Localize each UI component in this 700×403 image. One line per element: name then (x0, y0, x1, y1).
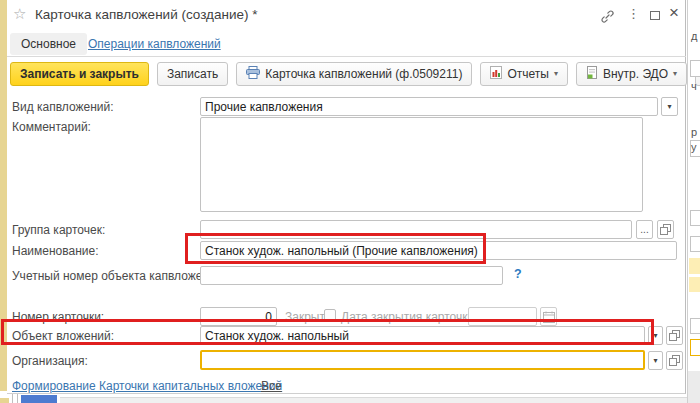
print-card-label: Карточка капвложений (ф.0509211) (265, 67, 462, 81)
document-icon (586, 66, 598, 82)
chevron-down-icon: ▾ (667, 103, 671, 111)
organization-label: Организация: (12, 354, 88, 368)
window-menu-kebab-icon[interactable]: ⋮ (627, 6, 640, 21)
comment-textarea[interactable] (200, 117, 643, 212)
comment-label: Комментарий: (12, 120, 91, 134)
internal-edo-label: Внутр. ЭДО (603, 67, 668, 81)
behind-window-highlight-row (689, 277, 700, 292)
open-icon (669, 355, 680, 366)
background-left-strip-bottom (0, 398, 9, 403)
calendar-icon (543, 311, 555, 323)
object-dropdown-button[interactable]: ▾ (648, 326, 663, 345)
card-number-field[interactable]: 0 (200, 307, 277, 326)
behind-window-field-fragment (690, 60, 700, 77)
card-number-value: 0 (265, 310, 272, 324)
closed-checkbox (324, 309, 336, 321)
get-link-icon[interactable] (600, 9, 615, 28)
card-number-label: Номер карточки: (12, 310, 104, 324)
object-field[interactable]: Станок худож. напольный (200, 326, 645, 345)
open-icon (669, 330, 680, 341)
grip-tick (17, 394, 18, 403)
page-title: Карточка капвложений (создание) * (35, 7, 257, 22)
toolbar: Записать и закрыть Записать Карточка кап… (10, 62, 700, 86)
group-choose-button[interactable]: ... (636, 220, 653, 239)
behind-window-edge (687, 0, 688, 403)
group-open-button[interactable] (657, 220, 674, 239)
chevron-down-icon: ▾ (653, 357, 657, 365)
internal-edo-button[interactable]: Внутр. ЭДО ▾ (576, 62, 687, 86)
behind-window-text: д (691, 30, 697, 42)
kind-label: Вид капвложений: (12, 100, 114, 114)
group-label: Группа карточек: (12, 223, 105, 237)
object-label: Объект вложений: (12, 329, 114, 343)
group-field[interactable] (200, 220, 632, 239)
favorite-star-icon[interactable]: ☆ (13, 6, 26, 22)
tab-operations-link[interactable]: Операции капвложений (88, 37, 221, 51)
object-value: Станок худож. напольный (205, 329, 349, 343)
background-left-strip (0, 0, 7, 391)
save-button[interactable]: Записать (157, 62, 228, 86)
report-chart-icon (490, 66, 502, 82)
app-root: ☆ Карточка капвложений (создание) * ⋮ × … (0, 0, 700, 403)
grip-tick (12, 394, 13, 403)
background-blue-fragment (21, 395, 57, 403)
save-label: Записать (167, 67, 218, 81)
open-icon (660, 224, 671, 235)
ellipsis-icon: ... (640, 224, 648, 235)
name-value: Станок худож. напольный (Прочие капвложе… (205, 244, 478, 258)
behind-window-field-fragment (690, 236, 700, 252)
maximize-icon[interactable] (650, 11, 660, 20)
kind-value: Прочие капвложения (205, 100, 323, 114)
name-label: Наименование: (12, 244, 99, 258)
behind-window-field-fragment (690, 210, 700, 226)
chevron-down-icon: ▾ (653, 332, 657, 340)
behind-window-field-fragment (690, 318, 700, 334)
behind-window-text: у (691, 141, 697, 153)
behind-window-bottom-bar (688, 371, 700, 403)
printer-icon (246, 66, 260, 82)
organization-open-button[interactable] (666, 351, 683, 370)
close-date-label: Дата закрытия карточки: (341, 310, 478, 324)
account-number-label: Учетный номер объекта капвложений: (12, 269, 226, 283)
calendar-button (540, 307, 557, 326)
reports-button[interactable]: Отчеты ▾ (480, 62, 568, 86)
kind-field[interactable]: Прочие капвложения (200, 97, 658, 116)
kind-dropdown-button[interactable]: ▾ (661, 97, 678, 116)
behind-window-highlight-row (689, 258, 700, 274)
save-and-close-label: Записать и закрыть (20, 67, 139, 81)
background-bottom-bar (60, 397, 688, 403)
organization-field[interactable] (200, 350, 645, 370)
behind-window-text: р (691, 126, 697, 138)
save-and-close-button[interactable]: Записать и закрыть (10, 62, 149, 86)
behind-window-field-fragment (690, 339, 700, 356)
close-icon[interactable]: × (669, 3, 679, 23)
close-date-field: . . (468, 307, 537, 326)
all-link[interactable]: Все (261, 379, 282, 393)
tab-main[interactable]: Основное (10, 33, 87, 55)
generate-card-link[interactable]: Формирование Карточки капитальных вложен… (12, 379, 282, 393)
reports-label: Отчеты (507, 67, 548, 81)
print-card-button[interactable]: Карточка капвложений (ф.0509211) (236, 62, 472, 86)
account-number-field[interactable] (200, 266, 503, 285)
account-number-help-icon[interactable]: ? (514, 267, 522, 281)
behind-window-text: ч (691, 80, 697, 92)
chevron-down-icon: ▾ (554, 70, 558, 78)
object-open-button[interactable] (666, 326, 683, 345)
tabs-separator (7, 56, 686, 57)
name-field[interactable]: Станок худож. напольный (Прочие капвложе… (200, 241, 677, 260)
close-date-placeholder: . . (473, 310, 483, 324)
chevron-down-icon: ▾ (673, 70, 677, 78)
organization-dropdown-button[interactable]: ▾ (648, 351, 663, 370)
